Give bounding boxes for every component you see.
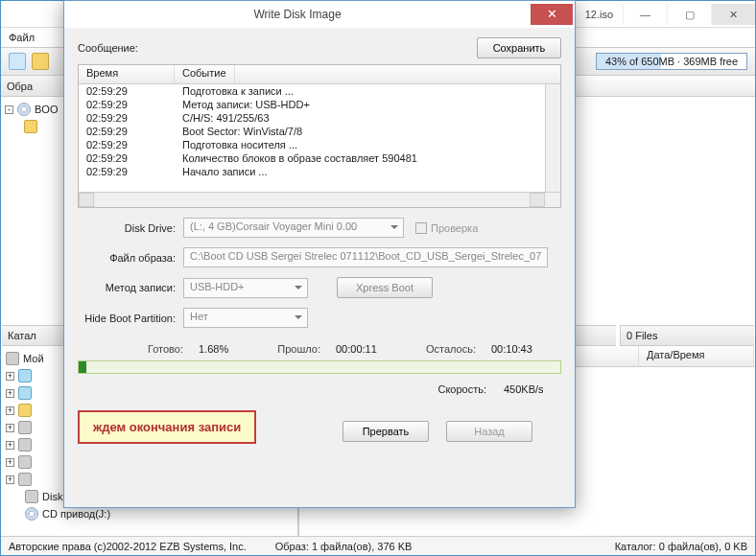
- status-catalog: Каталог: 0 файла(ов), 0 KB: [615, 541, 747, 552]
- speed-value: 450KB/s: [504, 383, 561, 395]
- write-method-label: Метод записи:: [78, 282, 183, 293]
- hide-boot-select[interactable]: Нет: [183, 308, 308, 328]
- expand-icon[interactable]: +: [6, 475, 14, 484]
- write-method-select[interactable]: USB-HDD+: [183, 278, 308, 298]
- hide-boot-label: Hide Boot Partition:: [78, 313, 183, 324]
- collapse-icon[interactable]: -: [5, 105, 13, 114]
- folder-icon: [24, 120, 37, 133]
- status-image: Образ: 1 файла(ов), 376 KB: [275, 541, 413, 552]
- log-row: 02:59:29Метод записи: USB-HDD+: [79, 98, 560, 111]
- col-time[interactable]: Время: [79, 65, 175, 83]
- progress-fill: [79, 361, 86, 373]
- expand-icon[interactable]: +: [6, 389, 14, 398]
- status-bar: Авторские права (c)2002-2012 EZB Systems…: [1, 536, 755, 555]
- new-icon[interactable]: [9, 53, 26, 70]
- speed-label: Скорость:: [437, 383, 486, 395]
- maximize-button[interactable]: ▢: [667, 4, 711, 25]
- drive-icon: [18, 421, 32, 434]
- log-scrollbar-vertical[interactable]: [545, 84, 560, 192]
- disk-drive-select[interactable]: (L:, 4 GB)Corsair Voyager Mini 0.00: [183, 218, 404, 238]
- modal-title: Write Disk Image: [64, 8, 531, 21]
- progress-bar: [78, 360, 561, 374]
- verify-checkbox[interactable]: [415, 222, 427, 234]
- size-usage-bar: 43% of 650MB · 369MB free: [596, 53, 747, 70]
- cd-icon: [25, 507, 38, 521]
- col-event[interactable]: Событие: [175, 65, 235, 83]
- back-button[interactable]: Назад: [446, 421, 532, 442]
- annotation-callout: ждем окончания записи: [78, 410, 256, 444]
- files-header: 0 Files: [620, 325, 754, 346]
- modal-close-button[interactable]: ✕: [531, 4, 573, 25]
- log-rows[interactable]: 02:59:29Подготовка к записи ... 02:59:29…: [79, 84, 560, 192]
- close-button[interactable]: ✕: [711, 4, 755, 25]
- xpress-boot-button[interactable]: Xpress Boot: [337, 277, 433, 298]
- image-file-label: Файл образа:: [78, 252, 183, 264]
- log-row: 02:59:29Количество блоков в образе соста…: [79, 151, 560, 165]
- log-row: 02:59:29Boot Sector: WinVista/7/8: [79, 125, 560, 138]
- disk-drive-label: Disk Drive:: [78, 222, 183, 234]
- log-row: 02:59:29Начало записи ...: [79, 165, 560, 178]
- save-button[interactable]: Сохранить: [477, 37, 561, 58]
- drive-icon: [18, 473, 32, 486]
- drive-icon: [18, 455, 32, 469]
- log-box: Время Событие 02:59:29Подготовка к запис…: [78, 64, 561, 208]
- write-disk-image-dialog: Write Disk Image ✕ Сообщение: Сохранить …: [63, 0, 576, 508]
- drive-icon: [18, 369, 32, 382]
- expand-icon[interactable]: +: [6, 406, 14, 415]
- image-file-field[interactable]: C:\Boot CD USB Sergei Strelec 071112\Boo…: [183, 247, 548, 267]
- expand-icon[interactable]: +: [6, 372, 14, 381]
- col-datetime[interactable]: Дата/Время: [639, 346, 754, 366]
- open-icon[interactable]: [32, 53, 49, 70]
- modal-titlebar: Write Disk Image ✕: [64, 1, 575, 28]
- verify-label: Проверка: [431, 222, 478, 234]
- message-label: Сообщение:: [78, 42, 477, 54]
- menu-file[interactable]: Файл: [9, 32, 35, 43]
- log-row: 02:59:29Подготовка к записи ...: [79, 84, 560, 98]
- log-row: 02:59:29C/H/S: 491/255/63: [79, 111, 560, 125]
- log-scrollbar-horizontal[interactable]: [79, 192, 560, 207]
- minimize-button[interactable]: —: [623, 4, 667, 25]
- status-copyright: Авторские права (c)2002-2012 EZB Systems…: [9, 541, 247, 552]
- abort-button[interactable]: Прервать: [343, 421, 429, 442]
- drive-icon: [18, 438, 32, 452]
- disc-icon: [17, 103, 31, 116]
- expand-icon[interactable]: +: [6, 441, 14, 450]
- computer-icon: [6, 352, 19, 365]
- drive-icon: [25, 490, 38, 503]
- expand-icon[interactable]: +: [6, 424, 14, 432]
- folder-icon: [18, 404, 32, 417]
- log-row: 02:59:29Подготовка носителя ...: [79, 138, 560, 151]
- progress-stats: Готово: 1.68% Прошло: 00:00:11 Осталось:…: [78, 343, 561, 355]
- drive-icon: [18, 386, 32, 400]
- expand-icon[interactable]: +: [6, 458, 14, 467]
